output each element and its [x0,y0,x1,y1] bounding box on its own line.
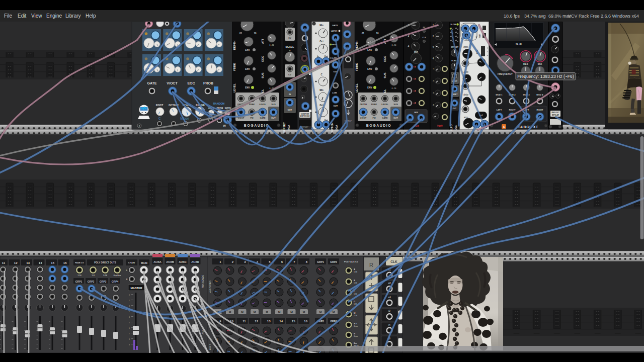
svg-text:Grps: Grps [354,335,358,337]
svg-text:bpts: bpts [463,45,468,48]
svg-text:AUXB: AUXB [166,260,174,263]
svg-text:ENV: ENV [245,86,250,89]
svg-text:LEVEL: LEVEL [381,103,388,106]
svg-text:Bus: Bus [354,342,357,344]
svg-text:AUXD: AUXD [191,260,199,263]
svg-text:13: 13 [26,261,30,264]
svg-text:Vult: Vult [437,124,443,127]
svg-text:/4: /4 [388,324,390,326]
svg-text:RIGHT: RIGHT [536,109,543,111]
svg-text:POLY DIRECT OUTS: POLY DIRECT OUTS [94,261,116,264]
svg-text:BIPOLAR: BIPOLAR [552,114,559,116]
svg-text:LEFT: LEFT [497,109,502,111]
svg-text:D: D [354,300,355,303]
svg-text:14: 14 [39,261,42,264]
svg-text:SUS: SUS [383,72,386,78]
svg-text:Engine: Engine [46,13,62,19]
svg-text:BOGAUDIO: BOGAUDIO [366,124,392,127]
svg-text:MASTER: MASTER [130,287,142,290]
svg-text:In: In [317,55,319,57]
svg-text:ENV: ENV [245,68,250,70]
svg-text:Min: Min [319,89,324,92]
svg-text:MOD 4: MOD 4 [536,94,543,96]
svg-text:1-16: 1-16 [354,315,357,317]
svg-text:POLY AUX CV: POLY AUX CV [344,260,358,263]
svg-text:10: 10 [376,32,379,35]
svg-text:AUXA: AUXA [153,260,162,263]
svg-text:Oct: Oct [319,40,324,43]
svg-text:LEVEL: LEVEL [355,83,358,93]
svg-text:V/OCT: V/OCT [167,81,178,85]
svg-text:dstp: dstp [463,93,468,96]
svg-text:/2: /2 [388,310,390,312]
svg-text:34.7% avg: 34.7% avg [524,14,546,19]
svg-text:GRP3: GRP3 [100,280,107,283]
svg-text:12: 12 [14,261,18,264]
svg-text:24 dB: 24 dB [516,43,522,46]
svg-text:DEC: DEC [261,56,264,62]
svg-text:B: B [354,279,355,282]
svg-text:GRP2: GRP2 [330,260,337,263]
svg-text:M: M [303,311,305,314]
svg-text:1-16: 1-16 [354,271,357,273]
svg-text:AUX S: AUX S [209,344,211,350]
svg-text:ROOT: ROOT [156,104,163,107]
svg-text:OUT: OUT [453,108,457,110]
svg-text:VCV Rack Free 2.6.6 Windows x6: VCV Rack Free 2.6.6 Windows x64 [568,14,639,19]
svg-text:18.6 fps: 18.6 fps [504,14,520,19]
svg-text:l: l [488,47,488,49]
svg-text:GATE: GATE [332,24,338,27]
svg-text:CLK: CLK [390,260,397,263]
svg-text:SUS: SUS [393,103,398,106]
svg-text:GRP2: GRP2 [88,280,95,283]
svg-text:x2: x2 [388,282,391,285]
svg-text:0 - 10: 0 - 10 [270,44,274,46]
svg-text:DEPTH: DEPTH [360,103,367,106]
svg-text:mtrr: mtrr [478,34,481,38]
svg-text:14: 14 [279,320,283,323]
svg-text:CV: CV [288,37,291,39]
svg-text:4: 4 [408,45,410,48]
svg-text:M: M [354,333,355,335]
svg-text:MIX: MIX [414,111,418,114]
svg-text:RND VOLT: RND VOLT [551,112,559,114]
svg-text:1-16: 1-16 [354,282,357,284]
svg-text:AUX SENDS: AUX SENDS [209,281,211,293]
svg-text:1-8: 1-8 [92,275,95,277]
svg-text:LOW: LOW [333,92,337,94]
svg-text:0 - 10: 0 - 10 [392,44,396,46]
svg-text:.01: .01 [239,32,243,35]
svg-text:EOC: EOC [187,81,195,85]
svg-text:File: File [4,13,13,19]
svg-text:ENV: ENV [367,68,372,70]
svg-text:Library: Library [65,13,81,19]
svg-text:MIX: MIX [538,63,542,65]
svg-text:FDBK: FDBK [249,103,255,106]
svg-text:R: R [126,278,128,281]
svg-text:DEC: DEC [383,56,386,62]
svg-text:GRP4: GRP4 [112,280,119,283]
svg-text:FDBK: FDBK [355,63,358,70]
svg-text:FM: FM [372,117,376,119]
svg-text:Edit: Edit [18,13,26,19]
svg-text:c: c [487,50,488,53]
svg-text:SCALE: SCALE [286,45,295,48]
svg-text:FM: FM [250,117,254,119]
svg-text:OUT: OUT [271,117,276,119]
svg-text:16: 16 [63,261,67,264]
svg-text:FREQUENCY: FREQUENCY [498,73,513,75]
svg-text:V/OCT: V/OCT [360,117,367,119]
svg-text:OUT: OUT [393,117,398,119]
svg-text:GATE: GATE [147,81,157,85]
svg-text:MAIN: MAIN [141,261,147,264]
svg-text:RES: RES [523,63,529,65]
svg-text:ENV: ENV [367,49,372,51]
svg-text:J: J [139,125,140,128]
svg-text:11: 11 [2,261,6,264]
svg-text:15: 15 [51,261,54,264]
svg-text:ENV: ENV [367,86,372,89]
svg-text:SLOW: SLOW [450,24,456,26]
svg-text:A/B TOGGLE: A/B TOGGLE [300,115,310,117]
svg-text:RIGHT: RIGHT [509,109,515,111]
svg-text:RANDOM: RANDOM [213,102,225,105]
